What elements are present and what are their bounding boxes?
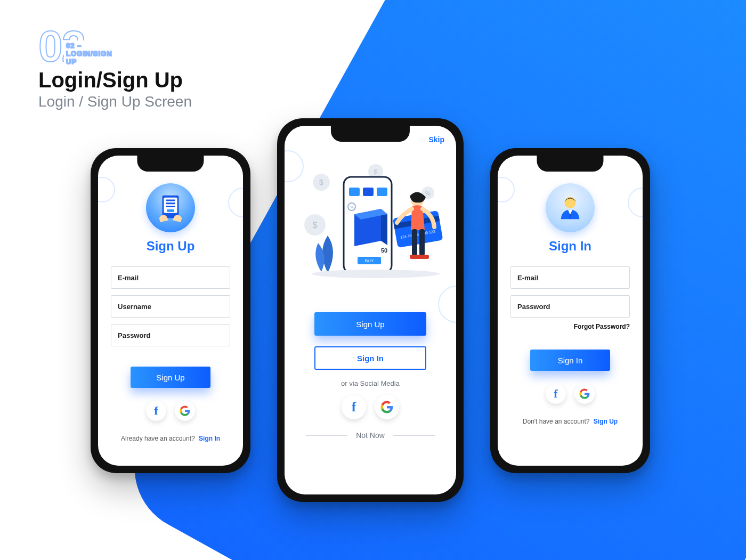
- signup-footer: Already have an account? Sign In: [98, 435, 243, 442]
- signup-form: [111, 266, 230, 353]
- go-signin-link[interactable]: Sign In: [199, 435, 220, 442]
- svg-text:$: $: [374, 168, 378, 176]
- svg-rect-3: [166, 202, 175, 204]
- signin-footer: Don't have an account? Sign Up: [498, 418, 643, 425]
- svg-rect-16: [363, 188, 374, 196]
- svg-text:BUY: BUY: [365, 258, 374, 263]
- svg-text:$: $: [313, 221, 318, 230]
- tablet-register-icon: [155, 192, 186, 223]
- signup-phone-frame: Sign Up Sign Up f: [91, 148, 250, 473]
- svg-rect-5: [167, 209, 174, 212]
- facebook-button[interactable]: f: [342, 395, 366, 419]
- google-icon: [380, 401, 393, 413]
- signin-illustration-icon: [546, 183, 595, 232]
- signin-button[interactable]: Sign In: [530, 350, 610, 371]
- forgot-password-link[interactable]: Forgot Password?: [498, 323, 630, 330]
- svg-point-35: [564, 197, 575, 208]
- svg-point-34: [312, 270, 440, 278]
- svg-text:%: %: [425, 190, 431, 197]
- landing-signup-button[interactable]: Sign Up: [314, 312, 426, 336]
- username-field[interactable]: [111, 295, 230, 318]
- svg-rect-30: [412, 229, 417, 256]
- svg-text:$: $: [319, 178, 323, 186]
- decor-bubble: [438, 286, 456, 323]
- facebook-icon: f: [352, 399, 356, 415]
- user-avatar-icon: [555, 192, 586, 223]
- google-button[interactable]: [574, 384, 595, 404]
- svg-rect-2: [166, 200, 175, 201]
- password-field[interactable]: [510, 295, 630, 318]
- svg-rect-31: [419, 229, 425, 256]
- shopping-illustration-icon: $ $ $ % % 50: [296, 156, 445, 278]
- svg-rect-17: [377, 188, 387, 196]
- google-button[interactable]: [175, 401, 195, 421]
- notch: [537, 156, 603, 172]
- signup-button[interactable]: Sign Up: [131, 367, 210, 388]
- google-icon: [579, 388, 590, 399]
- social-caption: or via Social Media: [285, 379, 456, 387]
- divider: [306, 435, 347, 436]
- svg-text:50: 50: [381, 247, 387, 254]
- notch: [137, 156, 204, 172]
- notch: [331, 126, 410, 142]
- divider: [393, 435, 435, 436]
- not-now-link[interactable]: Not Now: [356, 431, 385, 440]
- go-signup-link[interactable]: Sign Up: [594, 418, 618, 425]
- google-icon: [180, 405, 190, 416]
- facebook-icon: f: [554, 387, 557, 401]
- landing-signin-button[interactable]: Sign In: [314, 346, 426, 370]
- google-button[interactable]: [375, 395, 399, 419]
- facebook-button[interactable]: f: [546, 384, 566, 404]
- email-field[interactable]: [111, 266, 230, 289]
- svg-rect-33: [418, 255, 429, 259]
- signin-form: [510, 266, 630, 324]
- svg-rect-4: [166, 206, 175, 207]
- signin-phone-frame: Sign In Forgot Password? Sign In f: [490, 148, 650, 473]
- landing-screen: Skip $ $ $ % %: [285, 126, 456, 494]
- onboarding-illustration: $ $ $ % % 50: [296, 156, 445, 278]
- skip-link[interactable]: Skip: [428, 135, 444, 144]
- password-field[interactable]: [111, 324, 230, 346]
- svg-rect-15: [349, 188, 360, 196]
- signin-screen: Sign In Forgot Password? Sign In f: [498, 156, 643, 466]
- signup-screen: Sign Up Sign Up f: [98, 156, 243, 466]
- landing-phone-frame: Skip $ $ $ % %: [277, 118, 464, 502]
- signin-title: Sign In: [549, 239, 591, 254]
- email-field[interactable]: [510, 266, 630, 289]
- signup-title: Sign Up: [147, 239, 195, 254]
- facebook-button[interactable]: f: [146, 401, 166, 421]
- signup-illustration-icon: [146, 183, 195, 232]
- facebook-icon: f: [154, 404, 158, 418]
- svg-text:%: %: [350, 205, 353, 209]
